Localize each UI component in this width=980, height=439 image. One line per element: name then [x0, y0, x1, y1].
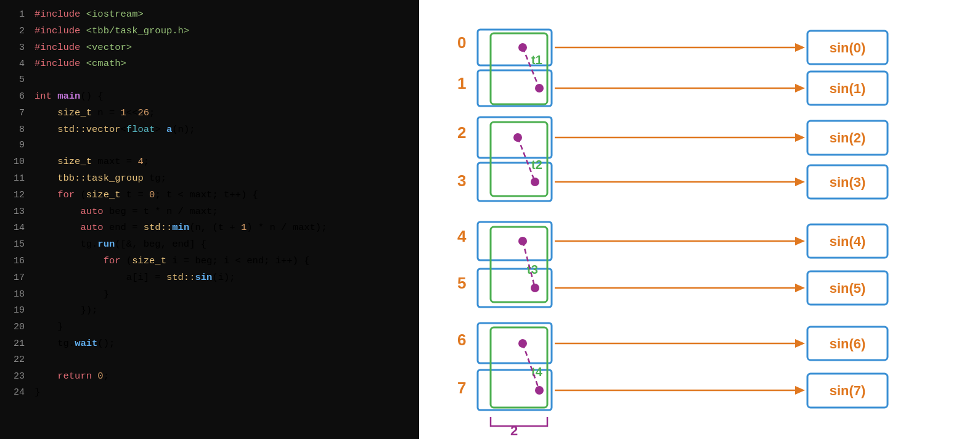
code-line: 6int main() {	[10, 88, 409, 105]
line-content: for (size_t i = beg; i < end; i++) {	[35, 253, 310, 269]
line-content: #include <iostream>	[35, 6, 144, 23]
arrowhead-7	[795, 386, 805, 395]
code-line: 7 size_t n = 1<<26;	[10, 105, 409, 121]
line-number: 12	[10, 187, 25, 203]
line-content: auto beg = t * n / maxt;	[35, 203, 218, 220]
arrowhead-0	[795, 43, 805, 52]
output-label-6: sin(6)	[830, 336, 866, 351]
line-number: 2	[10, 23, 25, 39]
row-label-4: 4	[457, 227, 467, 245]
line-number: 6	[10, 89, 25, 105]
arrowhead-3	[795, 178, 805, 186]
line-number: 16	[10, 253, 25, 269]
line-content: tg.run([&, beg, end] {	[35, 236, 206, 253]
code-line: 4#include <cmath>	[10, 55, 409, 72]
arrowhead-4	[795, 237, 805, 245]
code-line: 17 a[i] = std::sin(i);	[10, 269, 409, 286]
code-line: 8 std::vector<float> a(n);	[10, 121, 409, 138]
left-box-6	[478, 323, 552, 363]
line-content: int main() {	[35, 88, 104, 105]
line-number: 11	[10, 171, 25, 187]
output-label-1: sin(1)	[830, 81, 866, 96]
diagram-svg: 0 1 2 3 4 5 6 7 t1 t2	[431, 4, 968, 435]
row-label-0: 0	[457, 33, 466, 52]
line-content: tg.wait();	[35, 335, 115, 352]
output-label-3: sin(3)	[830, 174, 866, 190]
code-line: 19 });	[10, 302, 409, 319]
line-number: 9	[10, 137, 25, 154]
task-box-t3	[491, 227, 547, 302]
code-line: 15 tg.run([&, beg, end] {	[10, 236, 409, 253]
line-number: 18	[10, 287, 25, 303]
line-number: 24	[10, 385, 25, 401]
output-label-0: sin(0)	[830, 40, 866, 55]
arrowhead-6	[795, 339, 805, 348]
row-label-7: 7	[457, 379, 466, 397]
arrowhead-1	[795, 84, 805, 92]
line-content: }	[35, 384, 40, 401]
task-label-t4: t4	[531, 365, 543, 379]
diagram-panel: 0 1 2 3 4 5 6 7 t1 t2	[419, 0, 980, 439]
row-label-3: 3	[457, 171, 466, 190]
row-label-5: 5	[457, 274, 466, 292]
bracket-label: 2	[510, 423, 518, 435]
output-label-4: sin(4)	[830, 234, 866, 249]
bracket-bottom	[491, 417, 547, 426]
line-content: }	[35, 319, 63, 335]
line-content: });	[35, 302, 97, 319]
line-number: 1	[10, 7, 25, 23]
line-content: std::vector<float> a(n);	[35, 121, 195, 138]
line-content: }	[35, 286, 109, 303]
row-label-2: 2	[457, 123, 466, 142]
code-line: 14 auto end = std::min(n, (t + 1) * n / …	[10, 220, 409, 236]
code-line: 23 return 0;	[10, 368, 409, 385]
line-number: 19	[10, 303, 25, 319]
line-content: #include <cmath>	[35, 55, 126, 72]
line-content: return 0;	[35, 368, 109, 385]
code-line: 13 auto beg = t * n / maxt;	[10, 203, 409, 220]
code-line: 3#include <vector>	[10, 39, 409, 56]
code-line: 22	[10, 352, 409, 368]
task-box-t1	[491, 33, 547, 104]
line-number: 23	[10, 369, 25, 385]
line-number: 3	[10, 40, 25, 56]
line-content: #include <tbb/task_group.h>	[35, 23, 189, 39]
line-content: auto end = std::min(n, (t + 1) * n / max…	[35, 220, 327, 236]
output-label-5: sin(5)	[830, 281, 866, 296]
code-line: 21 tg.wait();	[10, 335, 409, 352]
code-line: 12 for (size_t t = 0; t < maxt; t++) {	[10, 187, 409, 203]
line-number: 8	[10, 122, 25, 138]
row-label-6: 6	[457, 330, 466, 349]
line-number: 22	[10, 352, 25, 368]
line-number: 13	[10, 204, 25, 220]
task-label-t1: t1	[531, 53, 542, 67]
code-line: 10 size_t maxt = 4;	[10, 154, 409, 170]
line-content: size_t n = 1<<26;	[35, 105, 155, 121]
line-number: 7	[10, 105, 25, 121]
code-panel: 1#include <iostream>2#include <tbb/task_…	[0, 0, 419, 439]
line-number: 10	[10, 154, 25, 170]
line-number: 5	[10, 72, 25, 88]
line-content: tbb::task_group tg;	[35, 170, 166, 187]
code-line: 20 }	[10, 319, 409, 335]
line-number: 15	[10, 237, 25, 253]
task-label-t2: t2	[531, 158, 542, 171]
code-line: 5	[10, 72, 409, 88]
output-label-7: sin(7)	[830, 383, 866, 398]
code-line: 16 for (size_t i = beg; i < end; i++) {	[10, 253, 409, 269]
code-line: 24}	[10, 384, 409, 401]
line-number: 4	[10, 56, 25, 72]
line-content: size_t maxt = 4;	[35, 154, 149, 170]
code-line: 9	[10, 137, 409, 154]
code-line: 1#include <iostream>	[10, 6, 409, 23]
arrowhead-5	[795, 284, 805, 292]
row-label-1: 1	[457, 74, 466, 92]
code-line: 11 tbb::task_group tg;	[10, 170, 409, 187]
line-content: a[i] = std::sin(i);	[35, 269, 235, 286]
line-number: 21	[10, 336, 25, 352]
line-number: 14	[10, 220, 25, 236]
output-label-2: sin(2)	[830, 130, 866, 146]
line-content: for (size_t t = 0; t < maxt; t++) {	[35, 187, 258, 203]
code-line: 18 }	[10, 286, 409, 303]
code-line: 2#include <tbb/task_group.h>	[10, 23, 409, 39]
